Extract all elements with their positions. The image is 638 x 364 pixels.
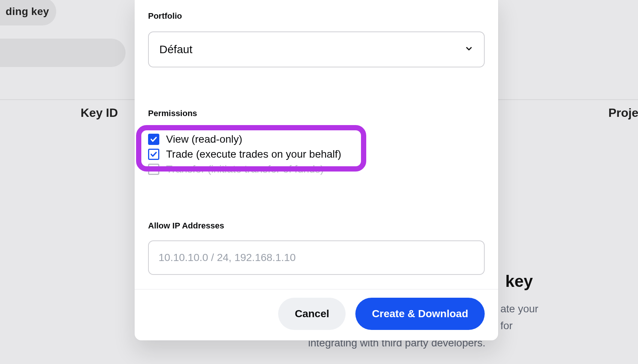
permissions-section: Permissions View (read-only) Trade (exec… [148, 67, 485, 177]
permission-row-transfer: Transfer (initiate transfer of funds) [148, 162, 485, 177]
bg-heading-fragment: key [505, 272, 533, 291]
portfolio-label: Portfolio [148, 11, 485, 21]
column-header-key-id: Key ID [81, 106, 118, 120]
bg-tab-chip: ding key [0, 0, 56, 25]
cancel-button[interactable]: Cancel [278, 298, 346, 330]
portfolio-section: Portfolio Défaut [148, 0, 485, 67]
permission-label-view: View (read-only) [166, 133, 242, 145]
allow-ip-label: Allow IP Addresses [148, 221, 485, 231]
checkbox-transfer[interactable] [148, 164, 159, 175]
create-api-key-modal: Portfolio Défaut Permissions View (read-… [135, 0, 498, 340]
permission-label-trade: Trade (execute trades on your behalf) [166, 148, 341, 160]
bg-search-chip [0, 39, 126, 67]
permission-label-transfer: Transfer (initiate transfer of funds) [166, 163, 324, 175]
portfolio-select[interactable]: Défaut [148, 31, 485, 67]
checkbox-view[interactable] [148, 134, 159, 145]
bg-tab-chip-label: ding key [6, 6, 49, 18]
check-icon [150, 136, 157, 143]
permission-row-trade: Trade (execute trades on your behalf) [148, 147, 485, 162]
bg-body-line-1: ate your [500, 301, 538, 317]
chevron-down-icon [464, 43, 473, 56]
checkbox-trade[interactable] [148, 149, 159, 160]
modal-footer: Cancel Create & Download [148, 289, 485, 340]
permissions-label: Permissions [148, 109, 485, 118]
column-header-project: Project [608, 106, 638, 120]
allow-ip-input[interactable] [148, 240, 485, 275]
create-download-button[interactable]: Create & Download [355, 298, 485, 330]
permission-row-view: View (read-only) [148, 132, 485, 147]
portfolio-selected-value: Défaut [159, 43, 192, 56]
permissions-list: View (read-only) Trade (execute trades o… [148, 132, 485, 177]
check-icon [150, 151, 157, 158]
bg-body-line-2: for [500, 318, 513, 334]
allow-ip-section: Allow IP Addresses [148, 177, 485, 275]
